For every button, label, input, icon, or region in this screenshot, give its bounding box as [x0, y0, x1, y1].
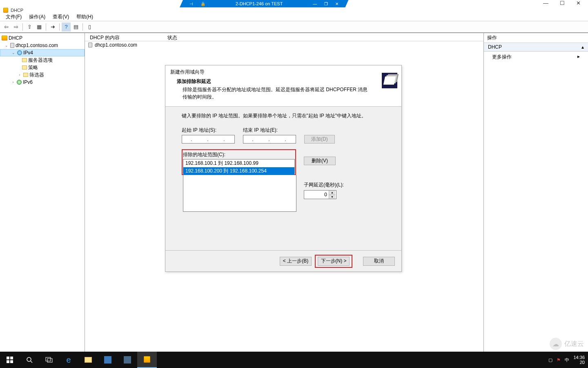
taskbar: e ▢ ⚑ 中 14:36 20 [0, 352, 588, 368]
expand-icon[interactable]: ⌄ [11, 51, 16, 55]
excluded-label: 排除的地址范围(C): [183, 150, 295, 159]
back-button[interactable]: < 上一步(B) [280, 257, 312, 266]
tray-notification-icon[interactable]: ⚑ [557, 357, 561, 363]
spinner-down-button[interactable]: ▼ [329, 195, 335, 199]
tree-ipv4-label: IPv4 [23, 50, 33, 56]
menu-action[interactable]: 操作(A) [26, 13, 49, 21]
vm-title: 2-DHCP1-246 on TEST [211, 1, 307, 6]
expand-icon[interactable]: › [11, 80, 16, 84]
tray-network-icon[interactable]: ▢ [548, 357, 552, 363]
cancel-button[interactable]: 取消 [363, 257, 395, 266]
taskbar-explorer[interactable] [78, 352, 98, 368]
ipv6-icon [17, 80, 22, 85]
next-button[interactable]: 下一步(N) > [318, 257, 350, 266]
wizard-description: 排除是指服务器不分配的地址或地址范围。延迟是指服务器将延迟 DHCPOFFER … [170, 85, 396, 105]
lock-icon[interactable]: 🔒 [199, 2, 207, 6]
tree-server-options-label: 服务器选项 [28, 57, 53, 64]
wizard-body: 键入要排除的 IP 地址范围。如果要排除单个地址，只需在"起始 IP 地址"中键… [165, 107, 401, 250]
tree-filters[interactable]: › 筛选器 [0, 71, 85, 79]
actions-pane: 操作 DHCP ▴ 更多操作 ▸ [484, 33, 588, 352]
tree-ipv4[interactable]: ⌄ IPv4 [0, 49, 85, 56]
taskbar-ie[interactable]: e [59, 352, 78, 368]
taskbar-app2[interactable] [118, 352, 137, 368]
folder-icon [22, 58, 27, 62]
svg-line-5 [31, 361, 32, 363]
subnet-delay-spinner[interactable]: ▲ ▼ [304, 190, 336, 199]
exclusion-item-0[interactable]: 192.168.100.1 到 192.168.100.99 [183, 159, 294, 167]
end-ip-input[interactable]: ... [243, 135, 296, 144]
menu-file[interactable]: 文件(F) [2, 13, 25, 21]
add-button[interactable]: 添加(D) [304, 135, 335, 144]
taskbar-app1[interactable] [98, 352, 118, 368]
toolbar-separator [46, 23, 46, 31]
folder-icon [23, 73, 28, 77]
tree-root-dhcp[interactable]: DHCP [0, 34, 85, 42]
tray-date[interactable]: 20 [573, 360, 585, 365]
exclusion-item-1[interactable]: 192.168.100.200 到 192.168.100.254 [183, 167, 294, 175]
toolbar-export-button[interactable]: ➜ [48, 22, 57, 31]
start-ip-label: 起始 IP 地址(S): [182, 127, 235, 134]
actions-header: 操作 [484, 33, 588, 43]
expand-icon[interactable]: › [17, 73, 22, 77]
column-header-name[interactable]: DHCP 的内容 [85, 34, 163, 41]
tree-ipv6[interactable]: › IPv6 [0, 79, 85, 86]
pin-icon[interactable]: ⊣ [188, 2, 195, 6]
toolbar-show-button[interactable]: ⇧ [25, 22, 34, 31]
actions-more[interactable]: 更多操作 ▸ [484, 52, 588, 63]
spinner-up-button[interactable]: ▲ [329, 191, 335, 195]
dhcp-app-icon [3, 8, 8, 13]
outer-minimize-button[interactable]: — [543, 0, 548, 6]
content-row-server[interactable]: dhcp1.contoso.com [85, 41, 483, 49]
tray-ime[interactable]: 中 [565, 357, 569, 363]
collapse-icon[interactable]: ▴ [581, 44, 584, 50]
subnet-delay-input[interactable] [304, 192, 329, 197]
toolbar-props-button[interactable]: ▤ [71, 22, 80, 31]
svg-rect-2 [7, 360, 9, 363]
toolbar-forward-button[interactable]: ⇨ [11, 22, 20, 31]
wizard-footer: < 上一步(B) 下一步(N) > 取消 [165, 250, 401, 272]
end-ip-label: 结束 IP 地址(E): [243, 127, 296, 134]
dhcp-icon [2, 36, 7, 40]
taskbar-dhcp[interactable] [137, 352, 157, 368]
vm-minimize-button[interactable]: — [311, 2, 318, 6]
new-scope-wizard-dialog: 新建作用域向导 添加排除和延迟 排除是指服务器不分配的地址或地址范围。延迟是指服… [165, 65, 402, 272]
start-ip-input[interactable]: ... [182, 135, 235, 144]
subnet-delay-label: 子网延迟(毫秒)(L): [304, 182, 344, 188]
actions-section-dhcp[interactable]: DHCP ▴ [484, 43, 588, 52]
tree-server-options[interactable]: 服务器选项 [0, 56, 85, 64]
vm-close-button[interactable]: ✕ [334, 2, 340, 6]
toolbar-detail-button[interactable]: ▦ [35, 22, 44, 31]
ip-input-row: 起始 IP 地址(S): ... 结束 IP 地址(E): ... 添加(D) [182, 127, 385, 144]
start-button[interactable] [0, 352, 20, 368]
submenu-icon: ▸ [577, 54, 580, 61]
column-header-state[interactable]: 状态 [163, 34, 182, 41]
vm-title-tab: ⊣ 🔒 2-DHCP1-246 on TEST — ❐ ✕ [180, 0, 348, 7]
toolbar-extra-button[interactable]: ▯ [85, 22, 94, 31]
svg-rect-1 [10, 357, 13, 359]
menu-help[interactable]: 帮助(H) [73, 13, 96, 21]
tree-server[interactable]: ⌄ dhcp1.contoso.com [0, 42, 85, 49]
menu-view[interactable]: 查看(V) [49, 13, 72, 21]
content-row-label: dhcp1.contoso.com [95, 42, 137, 48]
tree-pane[interactable]: DHCP ⌄ dhcp1.contoso.com ⌄ IPv4 服务器选项 策略… [0, 33, 85, 352]
watermark-text: 亿速云 [564, 340, 584, 348]
tree-filters-label: 筛选器 [29, 72, 44, 79]
wizard-title: 新建作用域向导 [170, 69, 396, 76]
toolbar-help-button[interactable]: ? [62, 22, 71, 31]
exclusion-highlight-box: 排除的地址范围(C): 192.168.100.1 到 192.168.100.… [182, 149, 296, 175]
vm-restore-button[interactable]: ❐ [323, 2, 330, 6]
tree-server-label: dhcp1.contoso.com [16, 43, 58, 48]
exclusion-listbox[interactable] [183, 175, 296, 212]
tree-policies-label: 策略 [28, 64, 38, 71]
search-button[interactable] [20, 352, 39, 368]
tree-policies[interactable]: 策略 [0, 64, 85, 71]
delete-button[interactable]: 删除(V) [304, 157, 336, 165]
task-view-button[interactable] [39, 352, 59, 368]
expand-icon[interactable]: ⌄ [4, 43, 9, 47]
toolbar-back-button[interactable]: ⇦ [2, 22, 11, 31]
outer-close-button[interactable]: ✕ [576, 0, 581, 6]
tray-time[interactable]: 14:36 [573, 355, 585, 360]
tree-root-label: DHCP [9, 35, 22, 41]
outer-maximize-button[interactable]: ☐ [560, 0, 565, 6]
toolbar-separator [22, 23, 23, 31]
